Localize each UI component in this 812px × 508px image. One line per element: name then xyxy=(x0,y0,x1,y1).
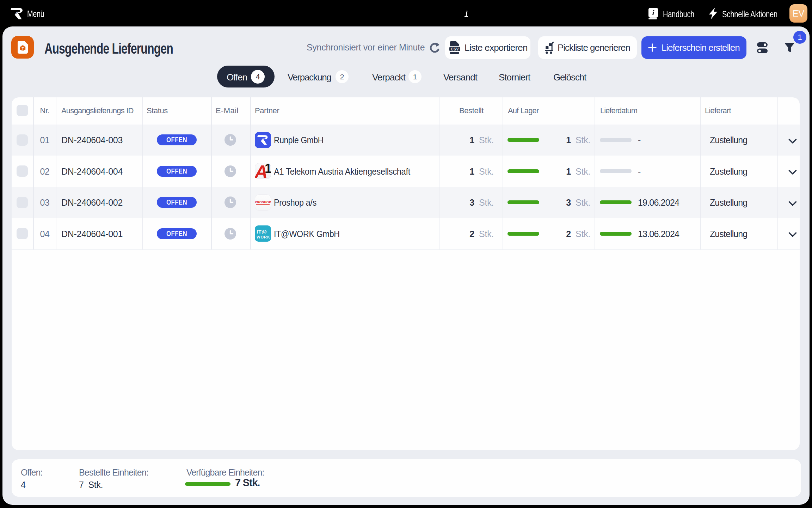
svg-text:1: 1 xyxy=(265,163,271,176)
svg-text:PROSHOP: PROSHOP xyxy=(255,200,271,204)
svg-text:IT@: IT@ xyxy=(257,229,267,235)
svg-text:i: i xyxy=(652,8,654,17)
svg-text:WORK: WORK xyxy=(257,235,270,239)
svg-text:CSV: CSV xyxy=(451,47,459,51)
